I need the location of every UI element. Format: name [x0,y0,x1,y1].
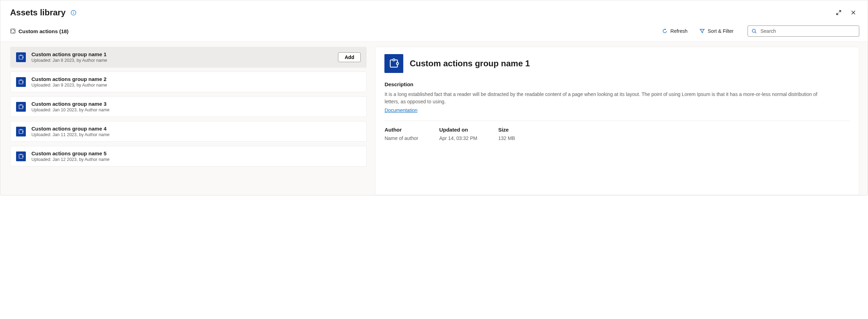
item-subtitle: Uploaded: Jan 8 2023, by Author name [31,58,332,63]
item-title: Custom actions group name 2 [31,76,361,82]
meta-updated: Updated on Apr 14, 03:32 PM [439,127,477,141]
svg-point-17 [21,104,22,105]
sort-filter-label: Sort & Filter [708,28,734,34]
item-text: Custom actions group name 1 Uploaded: Ja… [31,51,332,63]
panel-header: Assets library [0,0,868,21]
refresh-button[interactable]: Refresh [658,26,692,36]
svg-line-4 [837,13,838,15]
page-title: Assets library [10,8,66,17]
svg-point-21 [22,131,23,132]
search-input[interactable] [760,28,855,34]
item-title: Custom actions group name 4 [31,126,361,132]
author-label: Author [384,127,418,133]
svg-point-20 [21,129,22,130]
description-label: Description [384,81,850,87]
refresh-label: Refresh [670,28,687,34]
puzzle-icon [16,127,26,136]
svg-point-2 [73,11,74,12]
svg-point-14 [21,80,22,81]
svg-line-9 [755,32,757,34]
detail-header: Custom actions group name 1 [384,54,850,73]
puzzle-icon [16,102,26,112]
sort-filter-button[interactable]: Sort & Filter [695,26,738,36]
item-text: Custom actions group name 4 Uploaded: Ja… [31,126,361,137]
svg-line-3 [839,10,841,12]
content-area: Custom actions group name 1 Uploaded: Ja… [0,42,868,195]
puzzle-icon [16,151,26,161]
puzzle-icon [16,77,26,87]
puzzle-icon [384,54,403,73]
item-text: Custom actions group name 3 Uploaded: Ja… [31,101,361,112]
svg-point-12 [22,57,23,58]
svg-rect-7 [11,29,15,33]
add-button[interactable]: Add [338,52,361,62]
detail-pane: Custom actions group name 1 Description … [375,47,859,195]
info-icon[interactable] [71,10,76,16]
item-subtitle: Uploaded: Jan 11 2023, by Author name [31,132,361,137]
item-title: Custom actions group name 1 [31,51,332,57]
meta-author: Author Name of author [384,127,418,141]
svg-point-18 [22,106,23,107]
assets-library-panel: Assets library Custom [0,0,868,195]
category-text: Custom actions (18) [19,28,68,34]
list-item[interactable]: Custom actions group name 3 Uploaded: Ja… [10,96,367,117]
meta-size: Size 132 MB [498,127,515,141]
item-subtitle: Uploaded: Jan 9 2023, by Author name [31,83,361,88]
refresh-icon [662,28,668,34]
size-label: Size [498,127,515,133]
search-box[interactable] [748,25,859,37]
description-text: It is a long established fact that a rea… [384,91,826,105]
category-label: Custom actions (18) [10,28,68,34]
item-title: Custom actions group name 5 [31,150,361,156]
item-subtitle: Uploaded: Jan 12 2023, by Author name [31,157,361,162]
documentation-link[interactable]: Documentation [384,107,417,113]
divider [384,121,850,121]
updated-value: Apr 14, 03:32 PM [439,135,477,141]
svg-point-15 [22,81,23,82]
item-subtitle: Uploaded: Jan 10 2023, by Author name [31,107,361,112]
list-item[interactable]: Custom actions group name 2 Uploaded: Ja… [10,72,367,92]
search-icon [751,28,757,34]
item-text: Custom actions group name 5 Uploaded: Ja… [31,150,361,162]
list-item[interactable]: Custom actions group name 5 Uploaded: Ja… [10,146,367,166]
puzzle-icon [10,28,16,34]
svg-point-8 [752,29,756,32]
item-title: Custom actions group name 3 [31,101,361,107]
svg-point-11 [21,55,22,56]
updated-label: Updated on [439,127,477,133]
custom-actions-list: Custom actions group name 1 Uploaded: Ja… [10,47,367,195]
detail-title: Custom actions group name 1 [410,59,530,68]
svg-point-23 [21,154,22,155]
author-value: Name of author [384,135,418,141]
list-item[interactable]: Custom actions group name 4 Uploaded: Ja… [10,121,367,142]
toolbar: Custom actions (18) Refresh Sort & Filte… [0,21,868,42]
close-icon[interactable] [847,7,859,18]
fullscreen-icon[interactable] [833,7,845,18]
svg-point-27 [397,62,399,65]
list-item[interactable]: Custom actions group name 1 Uploaded: Ja… [10,47,367,67]
item-text: Custom actions group name 2 Uploaded: Ja… [31,76,361,88]
filter-icon [699,28,705,34]
meta-grid: Author Name of author Updated on Apr 14,… [384,127,850,141]
svg-point-24 [22,156,23,157]
puzzle-icon [16,52,26,62]
size-value: 132 MB [498,135,515,141]
svg-point-26 [393,59,395,61]
